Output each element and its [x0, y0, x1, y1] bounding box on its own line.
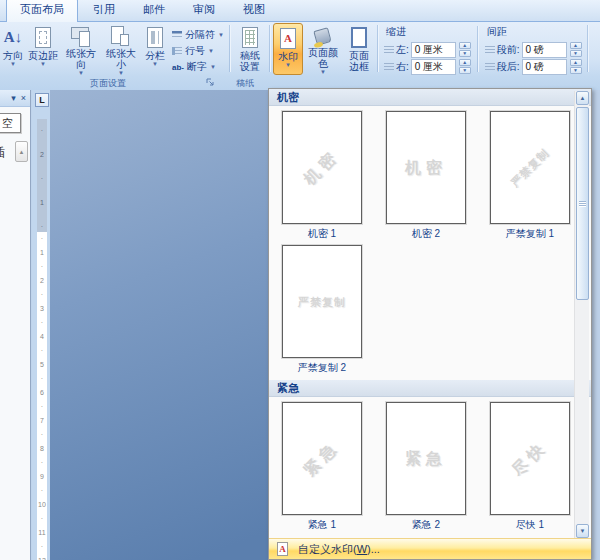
task-pane-menu-icon[interactable]: ▾: [11, 93, 16, 103]
page-color-button[interactable]: 页面颜色 ▼: [303, 23, 343, 75]
spacing-before-label: 段前:: [497, 43, 520, 57]
breaks-icon: [172, 31, 182, 39]
close-icon[interactable]: ×: [21, 93, 26, 103]
margins-button[interactable]: 页边距 ▼: [25, 23, 61, 75]
spacing-before-icon: [485, 46, 495, 54]
spacing-after-icon: [485, 63, 495, 71]
genko-grid-icon: [242, 27, 258, 48]
text-direction-button[interactable]: A↓ 方向 ▼: [1, 23, 25, 75]
columns-button[interactable]: 分栏 ▼: [141, 23, 169, 75]
indent-left-input[interactable]: 0 厘米: [411, 42, 456, 58]
group-separator: [377, 25, 379, 72]
paper-size-icon: [120, 34, 129, 46]
spacing-after-label: 段后:: [497, 60, 520, 74]
group-separator: [229, 25, 231, 72]
spacing-after-input[interactable]: 0 磅: [522, 59, 567, 75]
scroll-down-icon[interactable]: ▼: [576, 524, 589, 538]
group-separator: [477, 26, 479, 72]
spacing-before-stepper[interactable]: ▲▼: [570, 42, 582, 57]
columns-icon: [147, 27, 163, 48]
genko-group-label: 稿纸: [236, 77, 254, 90]
margins-icon: [35, 27, 51, 48]
breaks-button[interactable]: 分隔符 ▼: [169, 27, 227, 43]
indent-left-label: 左:: [396, 43, 409, 57]
ruler-page-area: · 1 · 2 · 3 · 4 · 5 · 6 · 7 · 8 · 9 · 10…: [37, 232, 47, 560]
scroll-up-icon[interactable]: ▲: [576, 91, 589, 105]
window-right-edge: [592, 90, 600, 560]
watermark-thumbnail: 严禁复制: [282, 245, 362, 358]
task-pane-clear-button[interactable]: 空: [0, 113, 21, 133]
group-paragraph: 缩进 左: 0 厘米 ▲▼ 右: 0 厘米 ▲▼: [380, 22, 586, 75]
page-border-icon: [351, 27, 367, 48]
text-direction-icon: A↓: [4, 32, 22, 43]
gallery-section-header-confidential: 机密: [269, 89, 591, 106]
gallery-scrollbar[interactable]: ▲ ▼: [574, 91, 589, 538]
chevron-down-icon: ▼: [40, 61, 46, 67]
group-page-background: A 水印 ▼ 页面颜色 ▼ 页面边框: [272, 22, 376, 75]
watermark-option-yanjinfuzhi1[interactable]: 严禁复制 严禁复制 1: [489, 111, 571, 240]
group-separator: [587, 25, 589, 72]
watermark-option-jinji1[interactable]: 紧急 紧急 1: [281, 402, 363, 531]
watermark-thumbnail: 机密: [282, 111, 362, 224]
ribbon: A↓ 方向 ▼ 页边距 ▼ 纸张方向 ▼ 纸张大小 ▼: [0, 22, 600, 90]
indent-label: 缩进: [384, 24, 471, 41]
tab-references[interactable]: 引用: [80, 0, 128, 21]
chevron-down-icon: ▼: [152, 61, 158, 67]
tab-page-layout[interactable]: 页面布局: [6, 0, 78, 22]
tab-view[interactable]: 视图: [230, 0, 278, 21]
scroll-up-icon[interactable]: ▲: [15, 141, 28, 162]
indent-right-icon: [384, 63, 394, 71]
paper-size-button[interactable]: 纸张大小 ▼: [101, 23, 141, 75]
tab-review[interactable]: 审阅: [180, 0, 228, 21]
group-page-setup: A↓ 方向 ▼ 页边距 ▼ 纸张方向 ▼ 纸张大小 ▼: [0, 22, 228, 75]
paper-orientation-icon: [79, 31, 90, 47]
tab-stop-selector[interactable]: L: [35, 93, 49, 107]
watermark-gallery-dropdown: 机密 机密 机密 1 机密 机密 2 严禁复制 严禁复制 1: [268, 88, 592, 560]
page-borders-button[interactable]: 页面边框: [343, 23, 375, 75]
custom-watermark-label: 自定义水印(W)...: [298, 542, 380, 557]
watermark-option-jimi1[interactable]: 机密 机密 1: [281, 111, 363, 240]
chevron-down-icon: ▼: [285, 62, 291, 68]
indent-right-stepper[interactable]: ▲▼: [459, 59, 471, 74]
page-setup-group-label: 页面设置: [90, 77, 126, 90]
line-numbers-button[interactable]: 行号 ▼: [169, 43, 227, 59]
hyphenation-icon: ab-: [172, 63, 184, 72]
indent-left-stepper[interactable]: ▲▼: [459, 42, 471, 57]
custom-watermark-icon: A: [277, 542, 288, 556]
task-pane-header: ▾ ×: [0, 90, 30, 107]
watermark-option-jinji2[interactable]: 紧急 紧急 2: [385, 402, 467, 531]
custom-watermark-menu-item[interactable]: A 自定义水印(W)...: [269, 538, 591, 559]
dialog-launcher-icon[interactable]: [206, 78, 215, 87]
indent-left-icon: [384, 46, 394, 54]
line-numbers-icon: [172, 47, 182, 55]
gallery-section-header-urgent: 紧急: [269, 380, 591, 397]
watermark-thumbnail: 机密: [386, 111, 466, 224]
group-genko: 稿纸设置: [232, 22, 268, 75]
scrollbar-thumb[interactable]: [576, 107, 589, 300]
indent-right-label: 右:: [396, 60, 409, 74]
chevron-down-icon: ▼: [10, 61, 16, 67]
hyphenation-button[interactable]: ab- 断字 ▼: [169, 59, 227, 75]
spacing-after-stepper[interactable]: ▲▼: [570, 59, 582, 74]
task-pane: ▾ × 空 插 ▲: [0, 90, 31, 560]
watermark-option-jinkuai1[interactable]: 尽快 尽快 1: [489, 402, 571, 531]
spacing-before-input[interactable]: 0 磅: [522, 42, 567, 58]
paper-orientation-button[interactable]: 纸张方向 ▼: [61, 23, 101, 75]
watermark-option-jimi2[interactable]: 机密 机密 2: [385, 111, 467, 240]
chevron-down-icon: ▼: [210, 64, 216, 70]
group-separator: [269, 25, 271, 72]
watermark-thumbnail: 紧急: [282, 402, 362, 515]
document-page[interactable]: [50, 90, 268, 560]
watermark-thumbnail: 严禁复制: [490, 111, 570, 224]
watermark-icon: A: [280, 28, 296, 49]
watermark-thumbnail: 尽快: [490, 402, 570, 515]
watermark-option-yanjinfuzhi2[interactable]: 严禁复制 严禁复制 2: [281, 245, 363, 374]
tab-mailings[interactable]: 邮件: [130, 0, 178, 21]
vertical-ruler: L · 2 · 1 · · 1 · 2 · 3 · 4 · 5 · 6 · 7 …: [32, 90, 50, 560]
chevron-down-icon: ▼: [218, 32, 224, 38]
ribbon-tab-bar: 页面布局 引用 邮件 审阅 视图: [0, 0, 600, 22]
ruler-scale: · 2 · 1 · · 1 · 2 · 3 · 4 · 5 · 6 · 7 · …: [37, 112, 47, 560]
indent-right-input[interactable]: 0 厘米: [411, 59, 456, 75]
genko-settings-button[interactable]: 稿纸设置: [233, 23, 267, 75]
watermark-button[interactable]: A 水印 ▼: [273, 23, 303, 75]
